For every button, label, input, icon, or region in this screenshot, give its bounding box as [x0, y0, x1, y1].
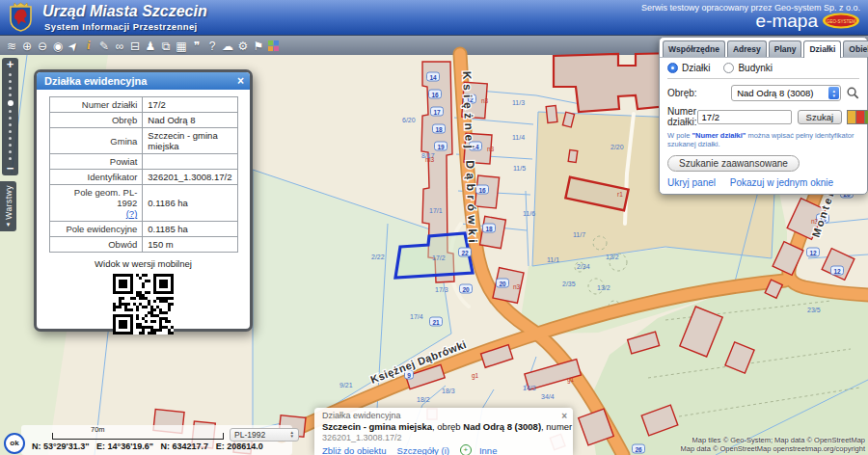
- svg-text:14/3: 14/3: [523, 385, 536, 391]
- svg-text:11/3: 11/3: [512, 99, 525, 106]
- osm-copyright-link[interactable]: Map data © OpenStreetMap openstreetmap.o…: [681, 444, 865, 453]
- svg-text:m3: m3: [425, 156, 434, 163]
- svg-text:22: 22: [461, 250, 469, 256]
- svg-text:r1: r1: [617, 191, 623, 198]
- svg-text:2/35: 2/35: [562, 281, 576, 287]
- search-panel: WspółrzędneAdresyPlanyDziałkiObiekty× Dz…: [659, 37, 868, 195]
- table-row: GminaSzczecin - gmina miejska: [49, 128, 237, 154]
- svg-text:13/2: 13/2: [606, 254, 619, 260]
- svg-text:18/2: 18/2: [417, 396, 430, 403]
- svg-text:11/1: 11/1: [547, 256, 559, 263]
- svg-text:9: 9: [407, 372, 411, 379]
- qr-code: [113, 274, 174, 335]
- radio-dzialki[interactable]: [667, 63, 678, 73]
- search-icon[interactable]: [847, 87, 859, 99]
- select-spinner-icon: ▲▼: [290, 431, 294, 439]
- layers-tab[interactable]: Warstwy ▼: [0, 181, 16, 231]
- single-window-link[interactable]: Pokazuj w jednym oknie: [730, 177, 833, 188]
- svg-text:11/5: 11/5: [513, 165, 526, 172]
- table-row: Pole geom. PL-1992(?)0.1186 ha: [49, 185, 237, 222]
- svg-text:18: 18: [485, 226, 493, 232]
- zoom-level-track[interactable]: [8, 71, 14, 162]
- obreb-select[interactable]: Nad Odrą 8 (3008) ▴▾: [731, 85, 841, 101]
- svg-text:2/20: 2/20: [610, 144, 624, 150]
- status-bar: 70m PL-1992 ▲▼ N: 53°29'31.3" E: 14°36'1…: [21, 425, 292, 455]
- svg-text:9/21: 9/21: [339, 382, 353, 388]
- table-row: ObrębNad Odrą 8: [49, 113, 237, 128]
- tab-obiekty[interactable]: Obiekty: [843, 40, 868, 57]
- svg-text:21: 21: [432, 319, 440, 326]
- tab-adresy[interactable]: Adresy: [727, 40, 767, 57]
- svg-text:n3: n3: [513, 283, 521, 290]
- hide-panel-link[interactable]: Ukryj panel: [667, 177, 716, 188]
- tab-współrzędne[interactable]: Współrzędne: [663, 40, 725, 57]
- table-row: Powiat: [49, 154, 237, 170]
- radio-budynki[interactable]: [723, 63, 734, 73]
- zoom-to-object-link[interactable]: Zbliż do obiektu: [322, 445, 387, 455]
- szukaj-button[interactable]: Szukaj: [798, 110, 843, 124]
- svg-text:2/34: 2/34: [577, 263, 590, 270]
- svg-text:17/4: 17/4: [410, 313, 423, 320]
- svg-text:11/7: 11/7: [573, 231, 585, 238]
- table-row: Obwód150 m: [49, 237, 237, 253]
- result-description: Szczecin - gmina miejska, obręb Nad Odrą…: [322, 421, 565, 432]
- search-hint: W pole "Numer działki" można wpisać pełn…: [667, 131, 859, 148]
- close-icon[interactable]: ×: [237, 72, 244, 90]
- svg-text:18: 18: [435, 126, 443, 133]
- tab-plany[interactable]: Plany: [769, 40, 802, 57]
- e-mapa-app: Urząd Miasta Szczecin System Informacji …: [0, 0, 868, 455]
- svg-text:12: 12: [809, 250, 817, 256]
- parcel-attributes-table: Numer działki17/2ObrębNad Odrą 8GminaSzc…: [49, 96, 238, 253]
- numer-dzialki-label: Numer działki:: [667, 106, 697, 127]
- result-popup: Działka ewidencyjna × Szczecin - gmina m…: [314, 408, 573, 455]
- svg-text:17/1: 17/1: [429, 207, 443, 214]
- map-canvas[interactable]: 6/208/1711/311/411/511/611/711/12/342/35…: [0, 0, 868, 455]
- tab-działki[interactable]: Działki: [803, 40, 841, 58]
- zoom-in-control[interactable]: +: [7, 58, 14, 71]
- add-icon[interactable]: +: [460, 444, 472, 455]
- legend-swatches: [847, 110, 868, 124]
- advanced-search-button[interactable]: Szukanie zaawansowane: [667, 155, 800, 172]
- svg-text:18/3: 18/3: [442, 388, 455, 394]
- zoom-out-control[interactable]: −: [7, 162, 14, 175]
- search-tabs: WspółrzędneAdresyPlanyDziałkiObiekty×: [660, 38, 867, 58]
- details-link[interactable]: Szczegóły (i): [397, 445, 449, 455]
- radio-budynki-label[interactable]: Budynki: [738, 63, 773, 73]
- chevron-down-icon: ▼: [6, 222, 12, 228]
- svg-text:n3: n3: [481, 97, 489, 104]
- svg-text:19: 19: [437, 144, 445, 150]
- parcel-panel-title: Działka ewidencyjna ×: [37, 72, 250, 90]
- parcel-info-panel: Działka ewidencyjna × Numer działki17/2O…: [34, 69, 253, 332]
- result-identifier: 326201_1.3008.17/2: [322, 433, 565, 442]
- svg-text:17/3: 17/3: [435, 286, 448, 293]
- scale-bar: [52, 433, 224, 440]
- svg-text:26: 26: [635, 446, 642, 453]
- other-link[interactable]: Inne: [479, 445, 498, 455]
- svg-text:n3: n3: [487, 146, 495, 152]
- svg-text:17/2: 17/2: [432, 254, 446, 261]
- mobile-view-caption: Widok w wersji mobilnej: [37, 258, 250, 269]
- coordinates-readout: N: 53°29'31.3" E: 14°36'19.6" N: 634217.…: [32, 442, 263, 451]
- table-row: Identyfikator326201_1.3008.17/2: [49, 170, 237, 185]
- svg-text:6/20: 6/20: [402, 117, 416, 123]
- result-popup-title: Działka ewidencyjna ×: [322, 411, 565, 420]
- svg-text:g1: g1: [567, 376, 575, 384]
- svg-text:2/22: 2/22: [371, 254, 385, 260]
- svg-text:20: 20: [499, 281, 506, 287]
- svg-text:23/5: 23/5: [807, 307, 821, 313]
- ok-button[interactable]: ok: [4, 433, 25, 454]
- svg-text:14: 14: [429, 74, 437, 81]
- help-link[interactable]: (?): [55, 208, 138, 219]
- svg-text:34/4: 34/4: [541, 393, 555, 400]
- crs-select[interactable]: PL-1992 ▲▼: [230, 428, 299, 442]
- table-row: Numer działki17/2: [49, 97, 237, 113]
- parcel-number-input[interactable]: [697, 110, 792, 124]
- zoom-slider[interactable]: + −: [2, 58, 18, 175]
- close-icon[interactable]: ×: [561, 411, 567, 421]
- radio-dzialki-label[interactable]: Działki: [682, 63, 710, 73]
- select-spinner-icon: ▴▾: [828, 87, 839, 99]
- svg-text:16: 16: [431, 92, 439, 98]
- svg-text:11/4: 11/4: [512, 134, 525, 141]
- svg-text:g1: g1: [472, 372, 479, 380]
- svg-text:16: 16: [478, 187, 486, 194]
